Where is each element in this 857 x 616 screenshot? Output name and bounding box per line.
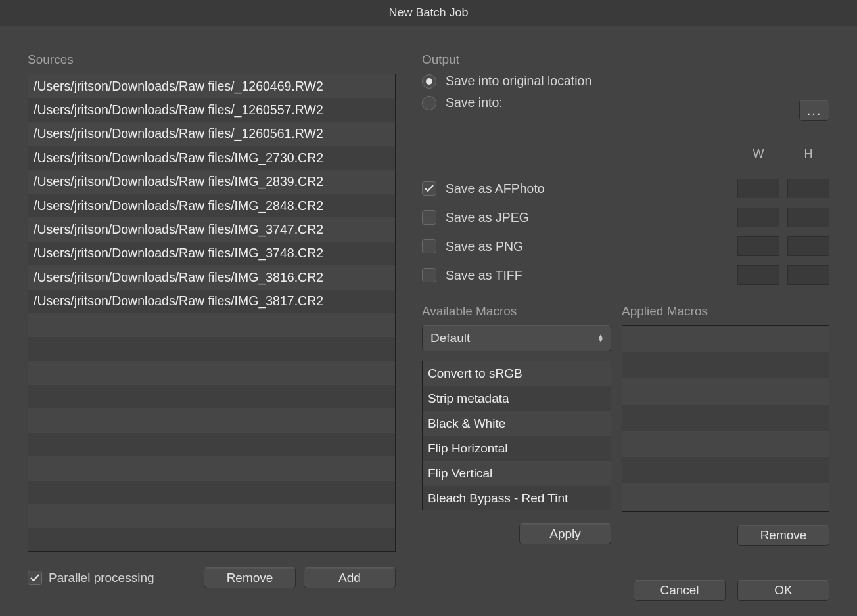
source-file-row[interactable]	[28, 504, 395, 528]
source-file-row[interactable]	[28, 481, 395, 504]
height-input[interactable]	[787, 208, 829, 227]
wh-fields	[737, 236, 829, 256]
ok-button[interactable]: OK	[737, 580, 829, 601]
save-format-checkbox[interactable]	[422, 268, 436, 282]
save-format-checkbox[interactable]	[422, 181, 436, 196]
height-input[interactable]	[787, 236, 829, 256]
sources-list[interactable]: /Users/jritson/Downloads/Raw files/_1260…	[28, 74, 396, 552]
save-format-row: Save as AFPhoto	[422, 174, 829, 203]
available-macro-item[interactable]: Bleach Bypass - Red Tint	[423, 486, 611, 510]
dialog-title: New Batch Job	[388, 6, 468, 20]
width-input[interactable]	[737, 208, 779, 227]
cancel-button[interactable]: Cancel	[634, 580, 726, 601]
save-format-checkbox[interactable]	[422, 210, 436, 225]
source-file-row[interactable]	[28, 361, 395, 385]
save-format-list: Save as AFPhotoSave as JPEGSave as PNGSa…	[422, 174, 829, 290]
available-macro-item[interactable]: Flip Horizontal	[423, 436, 611, 461]
save-into-label: Save into:	[446, 95, 503, 110]
save-format-checkbox[interactable]	[422, 239, 436, 253]
applied-macro-item[interactable]	[622, 483, 829, 510]
source-file-row[interactable]: /Users/jritson/Downloads/Raw files/IMG_2…	[28, 146, 395, 169]
save-format-label: Save as JPEG	[446, 210, 643, 225]
save-format-label: Save as PNG	[446, 239, 643, 254]
output-destination: Save into original location Save into: .…	[422, 74, 829, 121]
source-file-row[interactable]: /Users/jritson/Downloads/Raw files/IMG_3…	[28, 242, 395, 265]
save-format-label: Save as TIFF	[446, 268, 643, 283]
source-file-row[interactable]	[28, 337, 395, 361]
wh-fields	[737, 265, 829, 285]
applied-macro-item[interactable]	[622, 405, 829, 431]
save-original-label: Save into original location	[446, 74, 591, 89]
macro-library-value: Default	[430, 331, 470, 345]
available-macro-item[interactable]: Black & White	[423, 411, 611, 436]
dialog-titlebar: New Batch Job	[0, 0, 857, 26]
w-header: W	[737, 147, 779, 161]
applied-macros-list[interactable]	[622, 325, 829, 512]
source-file-row[interactable]	[28, 408, 395, 432]
source-file-row[interactable]: /Users/jritson/Downloads/Raw files/IMG_3…	[28, 290, 395, 313]
save-format-row: Save as TIFF	[422, 261, 829, 290]
wh-fields	[737, 208, 829, 227]
output-label: Output	[422, 53, 829, 67]
applied-macro-item[interactable]	[622, 326, 829, 352]
apply-macro-button[interactable]: Apply	[519, 523, 611, 544]
height-input[interactable]	[787, 179, 829, 198]
source-file-row[interactable]: /Users/jritson/Downloads/Raw files/IMG_2…	[28, 194, 395, 217]
applied-macro-item[interactable]	[622, 378, 829, 405]
updown-icon: ▲▼	[597, 334, 604, 342]
available-macro-item[interactable]: Strip metadata	[423, 386, 611, 411]
sources-label: Sources	[28, 53, 396, 67]
available-macro-item[interactable]: Convert to sRGB	[423, 361, 611, 386]
macro-library-select[interactable]: Default ▲▼	[422, 325, 611, 351]
h-header: H	[787, 147, 829, 161]
macros-area: Available Macros Default ▲▼ Convert to s…	[422, 304, 829, 546]
source-file-row[interactable]: /Users/jritson/Downloads/Raw files/_1260…	[28, 98, 395, 121]
applied-macro-item[interactable]	[622, 457, 829, 483]
source-file-row[interactable]: /Users/jritson/Downloads/Raw files/IMG_3…	[28, 265, 395, 289]
sources-footer: Parallel processing Remove Add	[28, 567, 396, 588]
sources-panel: Sources /Users/jritson/Downloads/Raw fil…	[28, 53, 396, 601]
wh-header: W H	[737, 147, 829, 161]
available-macros-list[interactable]: Convert to sRGBStrip metadataBlack & Whi…	[422, 361, 611, 510]
parallel-processing-label: Parallel processing	[49, 571, 154, 585]
save-format-row: Save as JPEG	[422, 203, 829, 232]
available-macros-label: Available Macros	[422, 304, 611, 319]
save-original-radio[interactable]	[422, 74, 436, 89]
width-input[interactable]	[737, 265, 779, 285]
height-input[interactable]	[787, 265, 829, 285]
browse-button[interactable]: ...	[799, 100, 829, 121]
width-input[interactable]	[737, 236, 779, 256]
dialog-content: Sources /Users/jritson/Downloads/Raw fil…	[0, 26, 857, 616]
save-into-radio[interactable]	[422, 96, 436, 110]
width-input[interactable]	[737, 179, 779, 198]
source-file-row[interactable]	[28, 528, 395, 552]
source-file-row[interactable]: /Users/jritson/Downloads/Raw files/_1260…	[28, 122, 395, 146]
source-file-row[interactable]	[28, 385, 395, 408]
source-file-row[interactable]: /Users/jritson/Downloads/Raw files/IMG_2…	[28, 170, 395, 194]
save-format-label: Save as AFPhoto	[446, 181, 643, 196]
sources-add-button[interactable]: Add	[304, 567, 396, 588]
output-panel: Output Save into original location Save …	[422, 53, 829, 601]
source-file-row[interactable]: /Users/jritson/Downloads/Raw files/_1260…	[28, 74, 395, 98]
applied-macro-item[interactable]	[622, 431, 829, 457]
dialog-buttons: Cancel OK	[422, 580, 829, 601]
sources-remove-button[interactable]: Remove	[204, 567, 296, 588]
applied-macros-label: Applied Macros	[622, 304, 829, 319]
wh-fields	[737, 179, 829, 198]
source-file-row[interactable]: /Users/jritson/Downloads/Raw files/IMG_3…	[28, 217, 395, 241]
save-format-row: Save as PNG	[422, 232, 829, 261]
available-macro-item[interactable]: Flip Vertical	[423, 461, 611, 486]
source-file-row[interactable]	[28, 313, 395, 337]
source-file-row[interactable]	[28, 456, 395, 480]
applied-macro-item[interactable]	[622, 352, 829, 378]
parallel-processing-checkbox[interactable]	[28, 571, 42, 585]
source-file-row[interactable]	[28, 433, 395, 456]
remove-macro-button[interactable]: Remove	[737, 525, 829, 546]
